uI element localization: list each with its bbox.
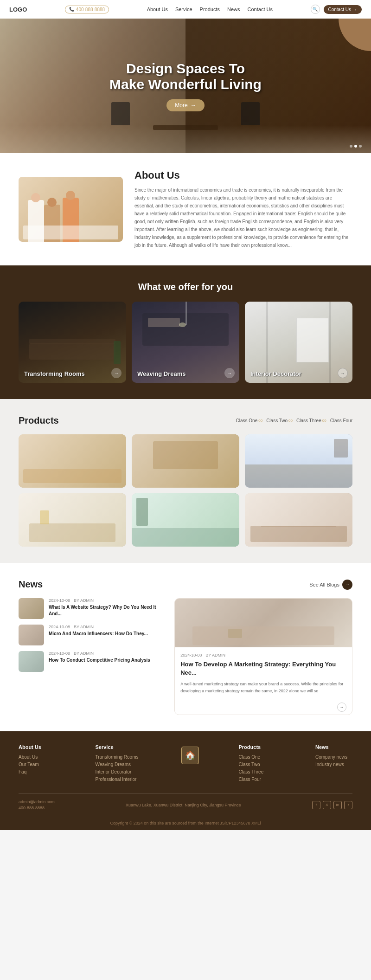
products-header: Products Class One 00 Class Two 00 Class… [19,415,352,426]
nav-service[interactable]: Service [175,6,192,12]
news-item-1-date: 2024-10-08 [49,598,70,603]
product-card-1[interactable] [19,434,126,488]
footer-col-products: Products Class One Class Two Class Three… [239,744,276,784]
news-item-2-author: BY ADMIN [74,625,94,629]
offer-card-transforming[interactable]: Transforming Rooms → [19,302,126,383]
footer-link-weaving[interactable]: Weaving Dreams [96,762,142,767]
tab-class-two[interactable]: Class Two 00 [266,418,293,423]
nav-contact[interactable]: Contact Us [248,6,273,12]
head-3 [66,191,75,200]
phone-icon: 📞 [69,7,74,12]
about-text: About Us Since the major of internationa… [134,169,352,249]
product-card-2[interactable] [132,434,239,488]
footer-link-company-news[interactable]: Company news [315,754,352,760]
social-tiktok[interactable]: ♪ [344,801,352,809]
offer-card-2-arrow[interactable]: → [224,368,235,378]
footer-link-team[interactable]: Our Team [19,762,56,767]
news-list: 2024-10-08 BY ADMIN What Is A Website St… [19,598,166,715]
tab-class-one[interactable]: Class One 00 [236,418,263,423]
news-featured-arrow[interactable]: → [337,703,346,712]
see-all-blogs[interactable]: See All Blogs → [309,580,352,590]
offer-card-3-label: Interior Decorator [250,370,347,377]
news-featured-date: 2024-10-08 [180,653,202,658]
offer-card-weaving[interactable]: Weaving Dreams → [132,302,239,383]
offer-card-3-inner: Interior Decorator [245,302,352,383]
news-section: News See All Blogs → 2024-10-08 BY ADMIN… [0,563,371,731]
offer-card-1-label: Transforming Rooms [24,370,121,377]
offer-card-interior[interactable]: Interior Decorator → [245,302,352,383]
hero-dot-1[interactable] [350,145,352,148]
news-header: News See All Blogs → [19,579,352,590]
offer-title: What we offer for you [19,282,352,292]
news-item-2[interactable]: 2024-10-08 BY ADMIN Micro And Macro Infl… [19,625,166,645]
footer-link-transforming[interactable]: Transforming Rooms [96,754,142,760]
news-featured-body: 2024-10-08 BY ADMIN How To Develop A Mar… [175,647,352,700]
footer-link-industry-news[interactable]: Industry news [315,762,352,767]
nav-right: 🔍 Contact Us → [311,5,362,14]
home-icon: 🏠 [185,750,195,761]
contact-btn-label: Contact Us [328,7,351,12]
footer-link-professional[interactable]: Professional Interior [96,777,142,782]
about-section: About Us Since the major of internationa… [0,153,371,265]
hero-section: Design Spaces To Make Wonderful Living M… [0,19,371,153]
news-title: News [19,579,43,590]
tab-class-three[interactable]: Class Three 00 [296,418,326,423]
social-twitter[interactable]: X [323,801,331,809]
nav-news[interactable]: News [227,6,240,12]
news-item-3-title: How To Conduct Competitive Pricing Analy… [49,657,150,664]
footer-col-service: Service Transforming Rooms Weaving Dream… [96,744,142,784]
product-card-6[interactable] [245,493,352,547]
contact-button[interactable]: Contact Us → [324,5,362,14]
product-card-5[interactable] [132,493,239,547]
offer-card-1-inner: Transforming Rooms [19,302,126,383]
footer-link-class2[interactable]: Class Two [239,762,276,767]
social-facebook[interactable]: f [312,801,320,809]
phone-number: 400-888-8888 [76,7,105,12]
news-featured-desc: A well-tuned marketing strategy can make… [180,681,346,694]
news-thumb-1 [19,598,44,619]
footer-col-news-title: News [315,744,352,750]
news-item-2-meta: 2024-10-08 BY ADMIN [49,625,148,629]
footer-link-about[interactable]: About Us [19,754,56,760]
footer-col-news: News Company news Industry news [315,744,352,769]
navbar: LOGO 📞 400-888-8888 About Us Service Pro… [0,0,371,19]
social-linkedin[interactable]: in [333,801,342,809]
nav-about[interactable]: About Us [147,6,168,12]
see-all-label: See All Blogs [309,582,339,587]
footer-link-class4[interactable]: Class Four [239,777,276,782]
news-featured-meta: 2024-10-08 BY ADMIN [180,653,346,658]
products-tabs: Class One 00 Class Two 00 Class Three 00… [236,418,352,423]
news-thumb-2 [19,625,44,645]
offer-card-1-arrow[interactable]: → [111,368,122,378]
news-item-1-author: BY ADMIN [74,598,94,603]
about-title: About Us [134,169,352,181]
news-item-3[interactable]: 2024-10-08 BY ADMIN How To Conduct Compe… [19,651,166,672]
products-grid [19,434,352,547]
news-item-3-meta: 2024-10-08 BY ADMIN [49,651,150,656]
about-image [19,177,123,242]
hero-btn[interactable]: More → [166,99,204,111]
search-icon[interactable]: 🔍 [311,5,320,14]
footer-col-service-title: Service [96,744,142,750]
offer-card-3-arrow[interactable]: → [338,368,348,378]
footer-link-faq[interactable]: Faq [19,769,56,774]
hero-dot-3[interactable] [359,145,362,148]
product-card-3[interactable] [245,434,352,488]
hero-title-line2: Make Wonderful Living [109,77,262,92]
news-featured-img [175,599,352,647]
footer-link-class1[interactable]: Class One [239,754,276,760]
product-card-4[interactable] [19,493,126,547]
footer-email: admin@admin.com [19,799,55,804]
news-item-2-text: 2024-10-08 BY ADMIN Micro And Macro Infl… [49,625,148,637]
footer-link-class3[interactable]: Class Three [239,769,276,774]
footer-link-interior[interactable]: Interior Decorator [96,769,142,774]
hero-dot-2[interactable] [354,145,357,148]
news-item-1[interactable]: 2024-10-08 BY ADMIN What Is A Website St… [19,598,166,619]
footer-contact-info: admin@admin.com 400-888-8888 [19,799,55,810]
hero-btn-arrow: → [191,102,196,109]
tab-class-four[interactable]: Class Four [330,418,352,423]
news-featured[interactable]: 2024-10-08 BY ADMIN How To Develop A Mar… [174,598,352,715]
phone-badge[interactable]: 📞 400-888-8888 [65,6,109,13]
nav-products[interactable]: Products [200,6,220,12]
tab-count-3: 00 [322,419,326,423]
